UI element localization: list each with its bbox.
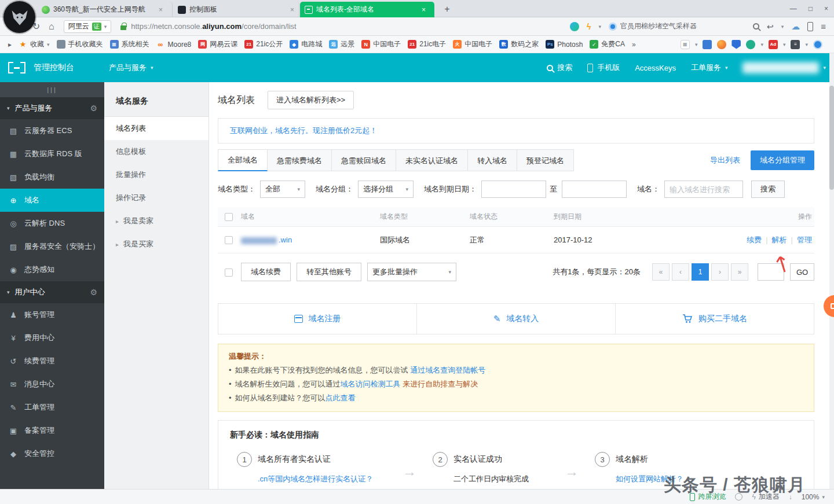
sidebar-item-renewal[interactable]: ↺续费管理	[0, 350, 104, 373]
sidebar-item-security-control[interactable]: ◆安全管控	[0, 442, 104, 465]
new-tab-button[interactable]: +	[440, 3, 454, 16]
tip-link[interactable]: 通过域名查询登陆帐号	[410, 366, 485, 374]
next-page-button[interactable]: ›	[711, 263, 729, 281]
bookmark-item[interactable]: ▦系统相关	[107, 38, 153, 51]
subnav-item-seller[interactable]: ▸我是卖家	[104, 209, 209, 233]
promo-link[interactable]: 互联网创业，域名先行。现注册低价2元起！	[230, 126, 377, 136]
subnav-item-domain-list[interactable]: 域名列表	[104, 117, 209, 140]
chevron-down-icon[interactable]: ▾	[781, 24, 784, 30]
export-list-link[interactable]: 导出列表	[710, 155, 740, 165]
sidebar-item-messages[interactable]: ✉消息中心	[0, 373, 104, 396]
resolve-link[interactable]: 解析	[772, 236, 787, 244]
domain-group-select[interactable]: 选择分组▾	[358, 181, 414, 198]
accesskeys-link[interactable]: AccessKeys	[635, 64, 676, 72]
search-ball-icon[interactable]	[813, 40, 822, 49]
sync-icon[interactable]	[570, 22, 579, 31]
subnav-item-batch-ops[interactable]: 批量操作	[104, 163, 209, 186]
tip-link[interactable]: 域名访问检测工具	[341, 380, 401, 388]
extension-icon[interactable]	[703, 40, 712, 49]
guide-link[interactable]: .cn等国内域名怎样进行实名认证？	[258, 474, 393, 484]
apps-grid-icon[interactable]: ▦	[681, 40, 690, 49]
domain-type-select[interactable]: 全部▾	[260, 181, 305, 198]
scrollbar-thumb[interactable]	[829, 86, 834, 190]
tab-close-icon[interactable]: ×	[422, 6, 426, 14]
tab-preregister[interactable]: 预登记域名	[517, 149, 574, 171]
bookmark-item[interactable]: 远远景	[325, 38, 358, 51]
domain-search-input[interactable]	[664, 181, 743, 198]
bookmark-item[interactable]: 火中国电子	[449, 38, 496, 51]
bookmark-item[interactable]: ∞Moore8	[153, 38, 195, 51]
aliyun-cert-badge[interactable]: 阿里云 证 ▾	[64, 20, 112, 33]
bookmark-item[interactable]: 网网易云课	[195, 38, 241, 51]
manage-link[interactable]: 管理	[797, 236, 812, 244]
bookmark-item[interactable]: ✓免费CA	[586, 38, 628, 51]
sidebar-collapse-handle[interactable]: |||	[0, 82, 104, 97]
console-search[interactable]: 搜索	[547, 62, 572, 73]
sidebar-item-situation-awareness[interactable]: ◉态势感知	[0, 258, 104, 281]
sidebar-section-user-center[interactable]: ▾ 用户中心 ⚙	[0, 281, 104, 303]
sidebar-item-ecs[interactable]: ▤云服务器 ECS	[0, 119, 104, 142]
register-domain-card[interactable]: 域名注册	[218, 304, 416, 334]
sidebar-item-slb[interactable]: ▧负载均衡	[0, 165, 104, 189]
tab-close-icon[interactable]: ×	[159, 6, 163, 14]
row-checkbox[interactable]	[225, 236, 233, 244]
https-lock-icon[interactable]	[120, 23, 126, 30]
menu-icon[interactable]: ≡	[821, 21, 826, 31]
browser-ball-icon[interactable]	[717, 40, 726, 49]
bookmark-item[interactable]: ◆电路城	[286, 38, 325, 51]
aliyun-logo[interactable]	[8, 62, 25, 73]
bookmark-item[interactable]: 2121ic公开	[241, 38, 286, 51]
search-button[interactable]: 搜索	[751, 181, 785, 198]
cloud-sync-icon[interactable]: ☁	[791, 21, 800, 32]
sidebar-item-account[interactable]: ♟账号管理	[0, 303, 104, 326]
bookmark-item[interactable]: ★收藏▾	[15, 38, 53, 51]
tip-link[interactable]: 点此查看	[325, 393, 356, 402]
domain-group-button[interactable]: 域名分组管理	[751, 150, 814, 170]
domain-link[interactable]: .win	[279, 236, 292, 244]
select-all-checkbox[interactable]	[225, 213, 233, 221]
sidebar-item-icp[interactable]: ▣备案管理	[0, 419, 104, 442]
sidebar-item-dns[interactable]: ◎云解析 DNS	[0, 212, 104, 235]
first-page-button[interactable]: «	[652, 263, 670, 281]
promo-banner[interactable]: 互联网创业，域名先行。现注册低价2元起！	[218, 118, 814, 144]
gear-icon[interactable]: ⚙	[90, 104, 97, 113]
tab-all-domains[interactable]: 全部域名	[218, 149, 268, 171]
hot-search-widget[interactable]: 官员用棉纱堵空气采样器	[609, 21, 745, 31]
console-brand[interactable]: 管理控制台	[34, 62, 74, 73]
history-icon[interactable]: ↩	[767, 22, 774, 31]
bookmark-item[interactable]: N中国电子	[358, 38, 404, 51]
browser-tab-360nav[interactable]: 360导航_新一代安全上网导航 ×	[37, 2, 173, 17]
bookmark-item[interactable]: PsPhotosh	[542, 38, 586, 51]
go-button[interactable]: GO	[790, 263, 814, 281]
more-batch-ops-select[interactable]: 更多批量操作▾	[367, 263, 456, 281]
browser-tab-domain-list-active[interactable]: 域名列表-全部域名 ×	[300, 2, 434, 17]
mobile-icon[interactable]	[807, 22, 813, 31]
minimize-icon[interactable]: —	[790, 5, 797, 13]
products-menu[interactable]: 产品与服务▾	[109, 62, 153, 73]
batch-renew-button[interactable]: 域名续费	[241, 263, 291, 281]
expire-date-to-input[interactable]	[562, 181, 627, 198]
bookmarks-overflow-icon[interactable]: »	[628, 41, 639, 49]
sidebar-item-server-security[interactable]: ▨服务器安全（安骑士）	[0, 235, 104, 258]
enter-dns-list-button[interactable]: 进入域名解析列表>>	[268, 91, 354, 109]
renew-link[interactable]: 续费	[747, 236, 762, 244]
tab-transfer-in[interactable]: 转入域名	[468, 149, 517, 171]
buy-used-domain-card[interactable]: 购买二手域名	[615, 304, 814, 334]
page-1-button[interactable]: 1	[692, 263, 709, 281]
shield-icon[interactable]	[731, 40, 741, 49]
prev-page-button[interactable]: ‹	[672, 263, 689, 281]
transfer-in-domain-card[interactable]: ✎ 域名转入	[416, 304, 615, 334]
sidebar-section-products[interactable]: ▾ 产品与服务 ⚙	[0, 97, 104, 119]
last-page-button[interactable]: »	[731, 263, 748, 281]
chevron-down-icon[interactable]: ▾	[598, 24, 601, 30]
chevron-down-icon[interactable]: ▾	[805, 42, 808, 47]
workorder-menu[interactable]: 工单服务▾	[691, 62, 728, 73]
expire-date-from-input[interactable]	[481, 181, 546, 198]
address-url[interactable]: https://netcn.console.aliyun.com/core/do…	[131, 22, 296, 31]
tab-need-redeem[interactable]: 急需赎回域名	[332, 149, 396, 171]
tools-icon[interactable]: ≡	[791, 40, 800, 49]
account-menu[interactable]: ▾	[742, 62, 826, 73]
sidebar-item-rds[interactable]: ▦云数据库 RDS 版	[0, 142, 104, 165]
batch-select-checkbox[interactable]	[225, 268, 233, 277]
lightning-icon[interactable]: ϟ	[587, 22, 591, 31]
